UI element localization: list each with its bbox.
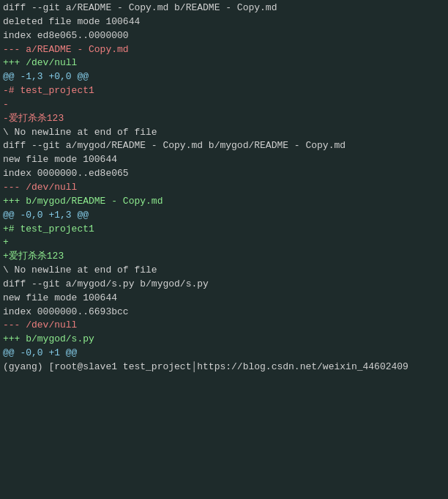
terminal-line-5: @@ -1,3 +0,0 @@ [3, 70, 445, 84]
terminal-line-21: \ No newline at end of file [3, 264, 445, 278]
terminal-line-1: deleted file mode 100644 [3, 15, 445, 29]
terminal-line-7: - [3, 98, 445, 112]
terminal-line-9: -爱打杀杀123 [3, 112, 445, 126]
terminal-line-11: diff --git a/mygod/README - Copy.md b/my… [3, 139, 445, 153]
terminal-line-23: new file mode 100644 [3, 292, 445, 306]
terminal-line-0: diff --git a/README - Copy.md b/README -… [3, 1, 445, 15]
terminal-line-27: @@ -0,0 +1 @@ [3, 347, 445, 361]
terminal-line-26: +++ b/mygod/s.py [3, 333, 445, 347]
terminal-line-24: index 0000000..6693bcc [3, 306, 445, 319]
terminal-line-6: -# test_project1 [3, 84, 445, 98]
terminal-line-16: @@ -0,0 +1,3 @@ [3, 209, 445, 223]
terminal-line-17: +# test_project1 [3, 223, 445, 237]
terminal-line-13: index 0000000..ed8e065 [3, 167, 445, 181]
terminal-line-12: new file mode 100644 [3, 153, 445, 167]
terminal-line-10: \ No newline at end of file [3, 126, 445, 140]
terminal-line-28: (gyang) [root@slave1 test_project│https:… [3, 361, 445, 374]
terminal-window: diff --git a/README - Copy.md b/README -… [0, 0, 448, 499]
terminal-line-14: --- /dev/null [3, 181, 445, 195]
terminal-line-3: --- a/README - Copy.md [3, 43, 445, 57]
terminal-line-2: index ed8e065..0000000 [3, 29, 445, 43]
terminal-line-20: +爱打杀杀123 [3, 250, 445, 264]
terminal-line-18: + [3, 236, 445, 250]
terminal-line-25: --- /dev/null [3, 319, 445, 333]
terminal-line-22: diff --git a/mygod/s.py b/mygod/s.py [3, 278, 445, 292]
terminal-line-15: +++ b/mygod/README - Copy.md [3, 195, 445, 209]
terminal-line-4: +++ /dev/null [3, 56, 445, 70]
